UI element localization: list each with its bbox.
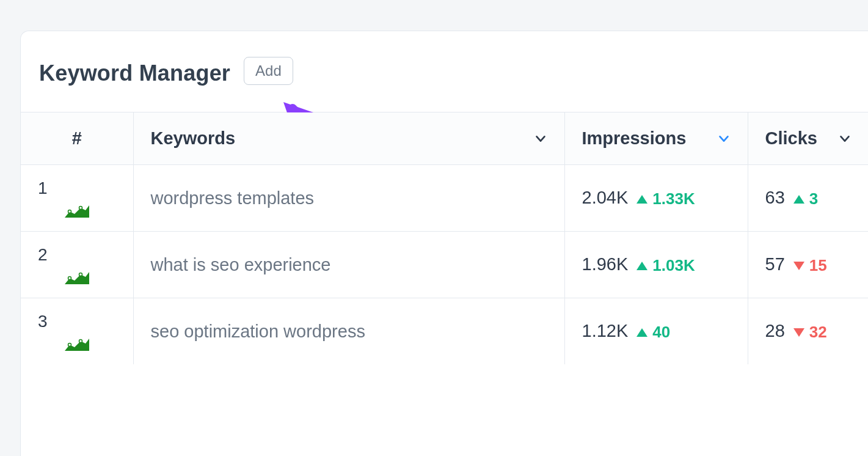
- chart-icon: [65, 336, 89, 351]
- chevron-down-icon: [717, 132, 731, 145]
- triangle-up-icon: [636, 195, 647, 204]
- impressions-delta: 1.33K: [636, 189, 695, 208]
- clicks-delta: 32: [793, 323, 827, 342]
- keyword-cell: what is seo experience: [133, 232, 564, 298]
- column-header-clicks[interactable]: Clicks: [748, 112, 868, 165]
- clicks-cell: 63 3: [748, 165, 868, 232]
- impressions-value: 2.04K: [582, 188, 629, 208]
- row-rank: 3: [38, 312, 116, 331]
- panel-header: Keyword Manager Add: [21, 31, 868, 112]
- triangle-up-icon: [793, 195, 804, 204]
- chevron-down-icon: [838, 132, 852, 145]
- clicks-value: 63: [765, 188, 785, 208]
- impressions-value: 1.96K: [582, 254, 629, 274]
- impressions-cell: 1.96K 1.03K: [564, 232, 748, 298]
- clicks-cell: 57 15: [748, 232, 868, 298]
- impressions-delta: 40: [636, 323, 670, 342]
- column-header-keywords-label: Keywords: [151, 128, 236, 149]
- table-row[interactable]: 3 seo optimization wordpress 1.12K 40: [21, 298, 868, 365]
- impressions-value: 1.12K: [582, 321, 629, 341]
- chevron-down-icon: [534, 132, 547, 145]
- table-row[interactable]: 2 what is seo experience 1.96K 1.03K: [21, 232, 868, 298]
- keyword-cell: wordpress templates: [133, 165, 564, 232]
- triangle-up-icon: [636, 328, 647, 337]
- column-header-clicks-label: Clicks: [765, 128, 817, 149]
- keywords-table: # Keywords Impressions Clicks: [21, 112, 868, 364]
- column-header-rank[interactable]: #: [21, 112, 133, 165]
- svg-point-8: [68, 344, 71, 347]
- column-header-impressions[interactable]: Impressions: [564, 112, 748, 165]
- clicks-delta: 15: [793, 256, 827, 275]
- clicks-value: 57: [765, 254, 785, 274]
- column-header-keywords[interactable]: Keywords: [133, 112, 564, 165]
- add-button[interactable]: Add: [244, 57, 293, 85]
- rank-cell: 1: [21, 165, 133, 232]
- impressions-cell: 2.04K 1.33K: [564, 165, 748, 232]
- triangle-up-icon: [636, 262, 647, 270]
- keyword-manager-panel: Keyword Manager Add # Keywords: [20, 31, 868, 456]
- clicks-delta: 3: [793, 189, 818, 208]
- page-title: Keyword Manager: [39, 61, 230, 86]
- svg-point-5: [68, 277, 71, 280]
- column-header-rank-label: #: [72, 128, 82, 149]
- clicks-cell: 28 32: [748, 298, 868, 365]
- chart-icon: [65, 203, 89, 218]
- impressions-cell: 1.12K 40: [564, 298, 748, 365]
- row-rank: 1: [38, 178, 116, 198]
- impressions-delta: 1.03K: [636, 256, 695, 275]
- svg-point-2: [68, 210, 71, 213]
- rank-cell: 2: [21, 232, 133, 298]
- row-rank: 2: [38, 245, 116, 265]
- triangle-down-icon: [793, 262, 804, 270]
- svg-point-6: [79, 273, 82, 276]
- keyword-cell: seo optimization wordpress: [133, 298, 564, 365]
- chart-icon: [65, 270, 89, 284]
- column-header-impressions-label: Impressions: [582, 128, 687, 149]
- rank-cell: 3: [21, 298, 133, 365]
- triangle-down-icon: [793, 328, 804, 337]
- svg-point-3: [79, 207, 82, 210]
- table-row[interactable]: 1 wordpress templates 2.04K 1.33K: [21, 165, 868, 232]
- svg-point-9: [79, 340, 82, 343]
- clicks-value: 28: [765, 321, 785, 341]
